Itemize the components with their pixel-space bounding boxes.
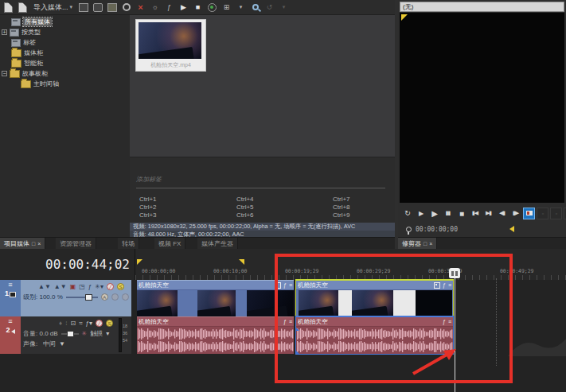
media-properties-gear-icon[interactable]: ☼ xyxy=(149,2,161,13)
capture-video-icon[interactable] xyxy=(92,2,103,13)
get-photo-icon[interactable] xyxy=(106,2,118,13)
open-project-icon[interactable] xyxy=(17,2,29,13)
chevron-down-icon[interactable]: ▾ xyxy=(106,330,109,337)
previous-frame-icon[interactable]: ◀▮ xyxy=(496,208,508,219)
audio-track-header[interactable]: ≡ 2 ♦ ⁞ ⊡ ≈ ƒ▾ ╱ S 音量: 0.0 dB ✳ 触摸 xyxy=(0,316,131,354)
loop-region-start-icon[interactable] xyxy=(137,259,142,265)
volume-slider[interactable] xyxy=(61,333,79,335)
stop-icon[interactable]: ■ xyxy=(192,2,204,13)
import-media-button[interactable]: 导入媒体... ▾ xyxy=(31,2,75,13)
level-slider-knob[interactable] xyxy=(85,294,92,301)
ruler-label: 00:00:00;00 xyxy=(142,268,175,274)
record-icon[interactable] xyxy=(206,2,218,13)
expand-minus-icon[interactable]: − xyxy=(2,71,7,76)
timeline-current-time[interactable]: 00:00:44;02 xyxy=(0,249,135,280)
folder-icon xyxy=(11,60,21,68)
chevron-down-icon[interactable]: ▾ xyxy=(70,4,73,10)
tree-item-all-media[interactable]: 所有媒体 xyxy=(11,17,52,27)
minimize-track-icon[interactable]: ▲▼ xyxy=(54,283,67,290)
stop-icon[interactable]: ■ xyxy=(455,208,467,219)
video-event-1[interactable]: 机舱拍天空 ƒ ≡ xyxy=(137,280,294,316)
video-event-header[interactable]: 机舱拍天空 ƒ ≡ xyxy=(137,281,294,290)
level-value: 100.0 % xyxy=(39,293,62,301)
properties-icon[interactable] xyxy=(77,2,89,13)
volume-slider-knob[interactable] xyxy=(67,331,74,337)
audio-track-strip[interactable]: ≡ 2 xyxy=(0,316,21,354)
extract-audio-icon[interactable] xyxy=(120,2,132,13)
play-icon[interactable]: ▶ xyxy=(428,208,440,219)
trimmer-window: (无) ↻ ▶ ▶ ▮▮ ■ ▮◀ ▶▮ ◀▮ ▮▶ ▫ ▫ ▫ 00:00:0… xyxy=(398,0,566,249)
ruler-label: 00:00:10;00 xyxy=(213,268,247,274)
volume-value: 0.0 dB xyxy=(39,330,57,337)
arm-record-mic-icon[interactable]: ♦ xyxy=(59,320,62,327)
media-thumbnail-card[interactable]: 机舱拍天空.mp4 xyxy=(135,19,206,72)
audio-event-header[interactable]: 机舱拍天空 ƒ ≡ xyxy=(137,317,294,327)
pan-dropdown-icon[interactable]: ▼ xyxy=(59,340,65,347)
close-icon[interactable]: × xyxy=(429,241,432,246)
solo-track-icon[interactable]: S xyxy=(117,283,124,290)
tab-explorer[interactable]: 资源管理器 xyxy=(56,238,96,249)
minimize-icon[interactable]: □ xyxy=(32,241,35,246)
go-to-start-icon[interactable]: ▮◀ xyxy=(469,208,481,219)
tree-item-storyboard-bin[interactable]: − 故事板柜 xyxy=(2,68,48,79)
close-icon[interactable]: × xyxy=(37,241,41,246)
track-fx-icon[interactable]: ƒ xyxy=(88,283,92,290)
automation-mode[interactable]: 触摸 xyxy=(90,329,103,338)
media-fx-icon[interactable]: ƒ xyxy=(163,2,175,13)
tree-item-tags[interactable]: 标签 xyxy=(11,37,36,48)
trimmer-media-selector[interactable]: (无) xyxy=(400,2,564,12)
automation-settings-icon[interactable]: A xyxy=(101,293,108,301)
tab-video-fx[interactable]: 视频 FX xyxy=(154,238,185,249)
automation-flower-icon[interactable]: ✳ xyxy=(82,330,88,337)
track-menu-icon[interactable]: ≡ xyxy=(8,318,12,324)
tab-media-generators[interactable]: 媒体产生器 xyxy=(197,238,238,249)
tree-item-label: 标签 xyxy=(23,38,36,47)
tab-trimmer[interactable]: 修剪器 □ × xyxy=(398,238,437,249)
meter-scale-label: 18 xyxy=(123,323,127,330)
track-motion-icon[interactable]: ◳ xyxy=(79,283,85,290)
tree-item-by-type[interactable]: + 按类型 xyxy=(2,27,41,37)
tree-item-smart-bin[interactable]: 智能柜 xyxy=(11,58,43,68)
overwrite-mode-icon[interactable] xyxy=(523,208,535,219)
tree-item-main-timeline[interactable]: 主时间轴 xyxy=(21,79,59,89)
shortcut-label: Ctrl+3 xyxy=(139,212,157,219)
background-wave-decoration xyxy=(508,324,566,356)
views-dropdown-icon[interactable]: ▾ xyxy=(235,2,247,13)
play-icon[interactable]: ▶ xyxy=(178,2,189,13)
trimmer-preview-area[interactable] xyxy=(400,13,564,203)
import-media-label: 导入媒体... xyxy=(33,2,68,13)
solo-track-icon[interactable]: S xyxy=(106,320,113,327)
track-menu-icon[interactable]: ≡ xyxy=(8,281,12,288)
waveform-icon[interactable]: ≈ xyxy=(79,320,82,327)
loop-region-end-icon[interactable] xyxy=(239,259,244,265)
views-grid-icon[interactable]: ⊞ xyxy=(221,2,232,13)
next-frame-icon[interactable]: ▮▶ xyxy=(509,208,521,219)
expand-plus-icon[interactable]: + xyxy=(2,29,7,35)
input-monitor-icon[interactable]: ⁞ xyxy=(65,320,67,327)
minimize-icon[interactable]: □ xyxy=(424,241,427,246)
annotation-arrow xyxy=(402,343,464,380)
pause-icon[interactable]: ▮▮ xyxy=(442,208,454,219)
bypass-motion-icon[interactable]: ▣ xyxy=(70,283,76,290)
expand-track-icon[interactable]: ▲▼ xyxy=(38,283,51,290)
go-to-end-icon[interactable]: ▶▮ xyxy=(482,208,494,219)
tab-project-media[interactable]: 项目媒体 □ × xyxy=(0,238,45,249)
add-tag-input[interactable]: 添加标签 xyxy=(136,175,385,188)
remove-media-icon[interactable]: × xyxy=(135,2,146,13)
tree-item-media-bin[interactable]: 媒体柜 xyxy=(11,48,43,58)
audio-event-1[interactable]: 机舱拍天空 ƒ ≡ xyxy=(137,316,294,354)
search-icon[interactable] xyxy=(249,2,261,13)
level-label: 级别: xyxy=(23,293,37,301)
track-fx-icon[interactable]: ƒ▾ xyxy=(86,320,92,327)
mute-track-icon[interactable]: ╱ xyxy=(96,320,103,327)
mute-track-icon[interactable]: ╱ xyxy=(107,283,114,290)
tab-transitions[interactable]: 转场 xyxy=(118,238,139,249)
play-from-start-icon[interactable]: ▶ xyxy=(415,208,427,219)
loop-playback-icon[interactable]: ↻ xyxy=(401,208,413,219)
level-slider[interactable] xyxy=(66,297,98,298)
new-project-icon[interactable] xyxy=(2,2,14,13)
compositing-mode-icon[interactable]: ✳▾ xyxy=(95,283,103,290)
track-meter-icon[interactable]: ⊡ xyxy=(70,320,76,327)
video-track-strip[interactable]: ≡ 1 xyxy=(0,280,21,316)
video-track-header[interactable]: ≡ 1 ▲▼ ▲▼ ▣ ◳ ƒ ✳▾ ╱ S 级别: 100.0 % A xyxy=(0,280,131,316)
